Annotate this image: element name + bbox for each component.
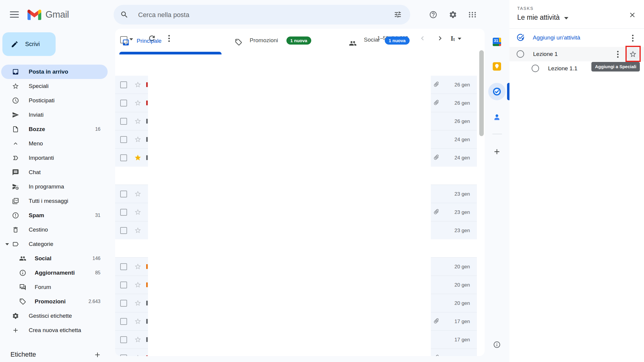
star-outline-icon[interactable] [134,318,141,325]
tab-social[interactable]: Social 1 nuova [328,29,434,56]
keep-icon[interactable] [493,62,501,71]
add-task-button[interactable]: Aggiungi un'attività [509,29,644,47]
star-outline-icon[interactable] [134,136,141,143]
star-outline-icon[interactable] [134,209,141,216]
settings-icon[interactable] [449,10,457,19]
email-row[interactable]: 20 gen [115,294,477,312]
email-select-checkbox[interactable] [120,191,127,197]
email-row[interactable]: 20 gen [115,276,477,294]
help-icon[interactable] [429,10,437,19]
search-icon[interactable] [120,10,129,19]
star-filled-icon[interactable] [134,154,141,161]
email-row[interactable]: 23 gen [115,221,477,239]
sidebar-item-gestisci-etichette[interactable]: Gestisci etichette [1,309,108,323]
email-select-checkbox[interactable] [120,355,127,356]
email-select-checkbox[interactable] [120,118,127,125]
sidebar-item-social[interactable]: Social146 [1,251,108,266]
email-select-checkbox[interactable] [120,81,127,88]
email-row[interactable]: 16 gen [115,349,477,356]
hamburger-menu-icon[interactable] [10,11,19,19]
sidebar-item-categorie[interactable]: Categorie [1,237,108,251]
star-outline-icon[interactable] [134,190,141,197]
email-select-checkbox[interactable] [120,336,127,343]
sidebar-item-importanti[interactable]: Importanti [1,151,108,165]
sidebar-item-cestino[interactable]: Cestino [1,223,108,237]
email-row[interactable]: 26 gen [115,112,477,130]
sidebar-item-aggiornamenti[interactable]: Aggiornamenti85 [1,266,108,280]
complete-task-circle[interactable] [532,65,539,72]
tasks-icon[interactable] [492,87,501,97]
star-outline-icon[interactable] [134,99,141,107]
email-row[interactable]: 24 gen [115,148,477,167]
list-scrollbar-thumb[interactable] [479,50,484,136]
sidebar-item-label: Gestisci etichette [29,313,72,319]
star-outline-icon[interactable] [134,263,141,270]
email-select-checkbox[interactable] [120,282,127,288]
complete-task-circle[interactable] [517,50,524,58]
contacts-icon[interactable] [493,113,501,123]
sidebar-item-label: Meno [29,140,43,147]
email-row[interactable]: 23 gen [115,203,477,221]
email-select-checkbox[interactable] [120,227,127,234]
star-outline-icon[interactable] [134,81,141,88]
sidebar-item-spam[interactable]: Spam31 [1,208,108,223]
gmail-logo[interactable]: Gmail [28,9,69,20]
sidebar-item-speciali[interactable]: Speciali [1,79,108,93]
star-outline-icon[interactable] [134,227,141,234]
sidebar-item-crea-nuova-etichetta[interactable]: Crea nuova etichetta [1,323,108,337]
list-options-kebab-icon[interactable] [628,34,637,42]
close-panel-icon[interactable] [626,8,639,22]
older-page-icon[interactable] [436,34,444,42]
info-icon[interactable] [493,341,501,349]
email-select-checkbox[interactable] [120,263,127,270]
email-row[interactable]: 20 gen [115,257,477,276]
email-select-checkbox[interactable] [120,300,127,307]
compose-button[interactable]: Scrivi [2,32,56,56]
star-outline-icon[interactable] [134,354,141,356]
sidebar-item-inviati[interactable]: Inviati [1,108,108,122]
search-input[interactable] [138,5,372,25]
sidebar-item-posticipati[interactable]: Posticipati [1,93,108,108]
get-addons-plus-icon[interactable] [493,147,501,156]
calendar-icon[interactable]: 31 [493,38,501,46]
sidebar-item-in-programma[interactable]: In programma [1,180,108,194]
email-select-checkbox[interactable] [120,136,127,143]
sidebar-item-bozze[interactable]: Bozze16 [1,122,108,136]
star-outline-icon[interactable] [134,299,141,307]
redacted-content [148,330,431,349]
email-select-checkbox[interactable] [120,100,127,107]
email-row[interactable]: 17 gen [115,312,477,330]
email-row[interactable]: 17 gen [115,330,477,349]
redacted-section-gap [115,167,477,185]
email-row[interactable]: 26 gen [115,76,477,94]
email-row[interactable]: 26 gen [115,94,477,112]
tab-principale[interactable]: Principale [115,29,222,56]
email-select-checkbox[interactable] [120,318,127,325]
task-options-kebab-icon[interactable] [614,50,622,58]
email-row[interactable]: 24 gen [115,130,477,148]
sidebar-item-chat[interactable]: Chat [1,165,108,180]
task-row-lezione-1[interactable]: Lezione 1 [509,47,644,61]
tab-promozioni[interactable]: Promozioni 1 nuova [222,29,328,56]
sidebar-item-posta-in-arrivo[interactable]: Posta in arrivo [1,65,108,79]
email-select-checkbox[interactable] [120,154,127,161]
sidebar-item-promozioni[interactable]: Promozioni2.643 [1,294,108,309]
star-outline-icon[interactable] [134,118,141,125]
chevron-down-icon[interactable] [5,243,9,245]
task-list-selector[interactable]: Le mie attività [517,13,568,22]
email-row[interactable]: 23 gen [115,185,477,203]
star-outline-icon[interactable] [134,281,141,288]
create-label-plus-icon[interactable] [94,351,101,359]
sidebar-item-forum[interactable]: Forum [1,280,108,294]
sidebar-item-tutti-i-messaggi[interactable]: Tutti i messaggi [1,194,108,208]
sidebar-item-meno[interactable]: Meno [1,136,108,151]
input-tools-icon[interactable]: It [451,34,461,42]
search-options-icon[interactable] [394,10,402,19]
email-select-checkbox[interactable] [120,209,127,216]
search-bar[interactable] [114,5,410,25]
tab-label: Social [364,36,379,43]
attachment-icon [433,318,439,324]
apps-grid-icon[interactable] [468,10,477,19]
star-outline-icon[interactable] [134,336,141,343]
sidebar-item-label: Cestino [29,226,48,233]
